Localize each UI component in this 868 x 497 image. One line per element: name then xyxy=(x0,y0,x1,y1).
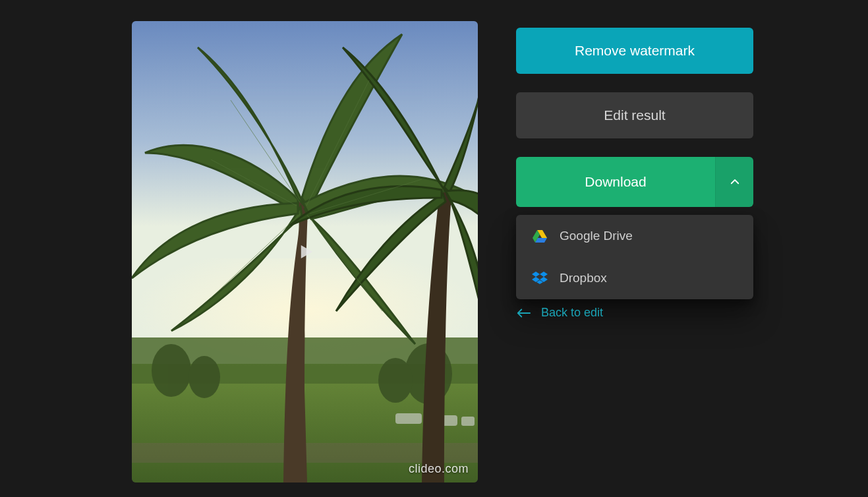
download-label: Download xyxy=(585,174,646,190)
edit-result-button[interactable]: Edit result xyxy=(516,92,753,138)
download-option-google-drive[interactable]: Google Drive xyxy=(516,215,753,257)
svg-point-5 xyxy=(152,344,191,397)
chevron-up-icon xyxy=(729,176,741,188)
play-button[interactable] xyxy=(295,241,316,262)
video-thumbnail[interactable]: clideo.com xyxy=(132,21,478,482)
svg-rect-11 xyxy=(461,417,475,426)
svg-rect-9 xyxy=(395,413,422,424)
dropbox-label: Dropbox xyxy=(560,271,607,285)
google-drive-label: Google Drive xyxy=(560,229,633,243)
actions-panel: Remove watermark Edit result Download Go… xyxy=(516,28,753,320)
download-options-dropdown: Google Drive Dropbox xyxy=(516,215,753,299)
download-split-button: Download xyxy=(516,157,753,207)
back-to-edit-label: Back to edit xyxy=(541,306,603,320)
watermark-text: clideo.com xyxy=(409,462,469,476)
dropbox-icon xyxy=(532,270,548,286)
download-option-dropbox[interactable]: Dropbox xyxy=(516,257,753,299)
edit-result-label: Edit result xyxy=(604,107,665,123)
arrow-left-icon xyxy=(516,308,531,318)
svg-marker-21 xyxy=(532,272,540,277)
video-preview: clideo.com xyxy=(132,21,478,482)
back-to-edit-link[interactable]: Back to edit xyxy=(516,306,603,320)
play-icon xyxy=(295,242,315,262)
remove-watermark-button[interactable]: Remove watermark xyxy=(516,28,753,74)
download-options-toggle[interactable] xyxy=(715,157,753,207)
download-button[interactable]: Download xyxy=(516,157,715,207)
google-drive-icon xyxy=(532,228,548,244)
svg-point-6 xyxy=(188,356,220,398)
remove-watermark-label: Remove watermark xyxy=(575,43,695,59)
svg-point-8 xyxy=(378,358,413,403)
svg-marker-22 xyxy=(540,272,548,277)
